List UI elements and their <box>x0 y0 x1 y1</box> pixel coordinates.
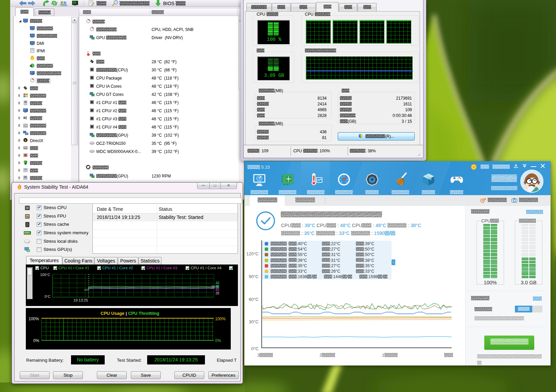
svg-text:%: % <box>26 215 29 218</box>
